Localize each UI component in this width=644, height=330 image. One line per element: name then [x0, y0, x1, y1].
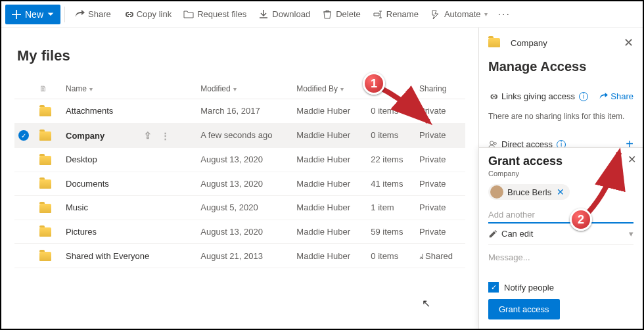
table-row[interactable]: DocumentsAugust 13, 2020Maddie Huber41 i… — [14, 172, 465, 196]
row-modified: August 13, 2020 — [196, 148, 292, 172]
info-icon[interactable]: i — [579, 92, 588, 101]
flow-icon — [430, 9, 441, 20]
chevron-down-icon: ▾ — [629, 229, 633, 239]
row-sharing: Private — [415, 196, 465, 220]
chevron-down-icon: ▾ — [373, 85, 377, 93]
link-icon — [123, 9, 133, 20]
row-size: 0 items — [367, 244, 415, 268]
folder-icon — [39, 252, 51, 261]
shared-icon: ᖽ — [419, 252, 425, 260]
row-modified: August 13, 2020 — [196, 172, 292, 196]
no-links-text: There are no sharing links for this item… — [488, 112, 633, 121]
file-type-icon: 🗎 — [39, 84, 47, 93]
row-more-button[interactable]: ⋮ — [161, 131, 170, 141]
col-name[interactable]: Name▾ — [62, 79, 196, 99]
row-modified-by: Maddie Huber — [292, 172, 367, 196]
row-sharing: Private — [415, 172, 465, 196]
table-row[interactable]: PicturesAugust 13, 2020Maddie Huber59 it… — [14, 220, 465, 244]
notify-label: Notify people — [504, 283, 554, 293]
chevron-down-icon: ▾ — [340, 85, 344, 93]
row-sharing: ᖽ Shared — [415, 244, 465, 268]
row-modified: August 5, 2020 — [196, 196, 292, 220]
share-icon — [599, 92, 608, 101]
table-row[interactable]: DesktopAugust 13, 2020Maddie Huber22 ite… — [14, 148, 465, 172]
message-input[interactable]: Message... — [488, 245, 633, 282]
links-section-label: Links giving access — [501, 91, 575, 101]
table-row[interactable]: MusicAugust 5, 2020Maddie Huber1 itemPri… — [14, 196, 465, 220]
delete-button[interactable]: Delete — [317, 1, 366, 28]
col-size[interactable]: ▾ — [367, 79, 415, 99]
more-button[interactable]: ··· — [494, 9, 515, 20]
row-modified-by: Maddie Huber — [292, 244, 367, 268]
row-sharing: Private — [415, 220, 465, 244]
request-files-button[interactable]: Request files — [178, 1, 252, 28]
row-modified-by: Maddie Huber — [292, 148, 367, 172]
row-size: 0 items — [367, 123, 415, 148]
svg-point-1 — [494, 142, 497, 145]
link-icon — [488, 92, 497, 101]
share-button[interactable]: Share — [69, 1, 116, 28]
person-chip[interactable]: Bruce Berls ✕ — [488, 184, 570, 200]
row-modified: August 13, 2020 — [196, 220, 292, 244]
chevron-down-icon: ▾ — [233, 85, 237, 93]
page-title: My files — [17, 47, 465, 64]
share-button-panel[interactable]: Share — [599, 91, 633, 101]
plus-icon — [12, 10, 21, 19]
grant-title: Grant access — [488, 154, 633, 168]
share-icon[interactable]: ⇪ — [144, 130, 152, 141]
pencil-icon — [488, 229, 497, 239]
col-modified[interactable]: Modified▾ — [196, 79, 292, 99]
grant-access-button[interactable]: Grant access — [488, 299, 560, 319]
col-modified-by[interactable]: Modified By▾ — [292, 79, 367, 99]
row-name[interactable]: Company⇪⋮ — [62, 123, 196, 148]
row-name[interactable]: Desktop — [62, 148, 196, 172]
close-icon[interactable]: ✕ — [628, 153, 636, 166]
new-label: New — [25, 9, 43, 20]
row-sharing: Private — [415, 99, 465, 124]
table-row[interactable]: Shared with EveryoneAugust 21, 2013Maddi… — [14, 244, 465, 268]
row-name[interactable]: Attachments — [62, 99, 196, 124]
add-people-input[interactable]: Add another — [488, 204, 633, 224]
file-list-pane: My files 🗎 Name▾ Modified▾ Modified By▾ … — [1, 28, 478, 329]
copy-link-button[interactable]: Copy link — [118, 1, 177, 28]
row-modified: A few seconds ago — [196, 123, 292, 148]
notify-checkbox[interactable]: ✓ — [488, 282, 499, 293]
panel-folder-name: Company — [511, 38, 547, 48]
panel-title: Manage Access — [488, 59, 633, 74]
download-icon — [258, 9, 269, 20]
chevron-down-icon: ▾ — [484, 11, 488, 18]
row-name[interactable]: Documents — [62, 172, 196, 196]
chevron-down-icon — [47, 11, 54, 18]
grant-access-card: ✕ Grant access Company Bruce Berls ✕ Add… — [478, 147, 643, 329]
toolbar: New Share Copy link Request files Downlo… — [1, 1, 643, 28]
row-size: 1 item — [367, 196, 415, 220]
selected-check-icon[interactable]: ✓ — [18, 130, 29, 141]
chevron-down-icon: ▾ — [89, 85, 93, 93]
remove-chip-icon[interactable]: ✕ — [557, 187, 564, 197]
share-icon — [74, 9, 85, 20]
permission-dropdown[interactable]: Can edit ▾ — [488, 224, 633, 245]
table-row[interactable]: AttachmentsMarch 16, 2017Maddie Huber0 i… — [14, 99, 465, 124]
close-icon[interactable]: ✕ — [624, 35, 633, 50]
folder-icon — [39, 156, 51, 165]
row-name[interactable]: Music — [62, 196, 196, 220]
new-button[interactable]: New — [5, 5, 60, 24]
row-sharing: Private — [415, 148, 465, 172]
row-size: 41 items — [367, 172, 415, 196]
row-name[interactable]: Pictures — [62, 220, 196, 244]
row-modified-by: Maddie Huber — [292, 123, 367, 148]
row-modified: August 21, 2013 — [196, 244, 292, 268]
automate-button[interactable]: Automate ▾ — [425, 1, 493, 28]
folder-icon — [39, 204, 51, 213]
folder-icon — [39, 227, 51, 237]
folder-icon — [39, 131, 51, 141]
row-sharing: Private — [415, 123, 465, 148]
row-size: 22 items — [367, 148, 415, 172]
rename-button[interactable]: Rename — [367, 1, 424, 28]
col-sharing[interactable]: Sharing — [415, 79, 465, 99]
row-name[interactable]: Shared with Everyone — [62, 244, 196, 268]
row-size: 59 items — [367, 220, 415, 244]
download-button[interactable]: Download — [253, 1, 315, 28]
folder-icon — [488, 38, 500, 47]
table-row[interactable]: ✓Company⇪⋮A few seconds agoMaddie Huber0… — [14, 123, 465, 148]
